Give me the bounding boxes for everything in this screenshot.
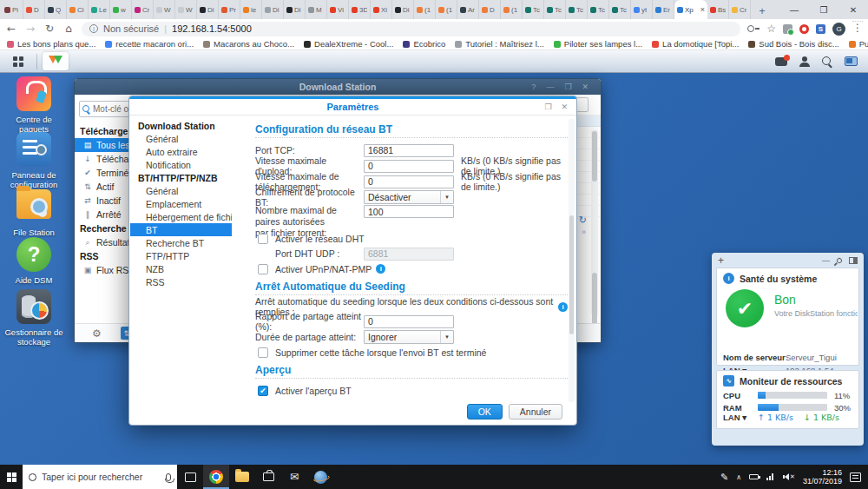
reload-button[interactable]: ↻ [43, 23, 56, 35]
browser-tab[interactable]: Cr [132, 0, 154, 19]
dialog-nav-item[interactable]: RSS [130, 275, 232, 288]
browser-tab[interactable]: Ar [457, 0, 479, 19]
dsm-search-icon[interactable] [822, 56, 832, 67]
info-icon[interactable]: i [376, 264, 385, 274]
browser-tab[interactable]: Tc [588, 0, 609, 19]
dialog-scrollbar[interactable] [569, 119, 575, 402]
profile-avatar[interactable]: G [832, 23, 845, 36]
browser-tab[interactable]: Q [45, 0, 67, 19]
windows-search-box[interactable]: Taper ici pour rechercher [23, 465, 177, 489]
browser-tab[interactable]: le [240, 0, 262, 19]
site-info-icon[interactable]: i [89, 24, 98, 33]
microphone-icon[interactable] [166, 473, 171, 481]
desktop-icon-dsm-help[interactable]: ? Aide DSM [1, 237, 67, 285]
more-icon[interactable]: » [582, 228, 586, 236]
browser-tab[interactable]: Pi [2, 0, 23, 19]
browser-tab[interactable]: Di [284, 0, 306, 19]
battery-icon[interactable] [749, 474, 759, 479]
bookmark-item[interactable]: Sud Bois - Bois disc... [748, 39, 838, 49]
dialog-nav-item[interactable]: BT/HTTP/FTP/NZB [130, 171, 232, 184]
browser-menu-icon[interactable]: ⋮ [852, 21, 863, 34]
browser-tab[interactable]: Tc [523, 0, 544, 19]
dock-panel-icon[interactable] [849, 257, 858, 264]
dialog-nav-item[interactable]: Emplacement [130, 197, 232, 210]
dialog-nav-item[interactable]: BT [130, 223, 232, 236]
encryption-select[interactable]: Désactiver ▼ [364, 190, 454, 204]
window-minimize-button[interactable]: — [779, 0, 809, 19]
browser-tab[interactable]: (1 [501, 0, 523, 19]
browser-tab[interactable]: Di [197, 0, 219, 19]
forward-button[interactable]: → [24, 23, 36, 35]
bookmark-item[interactable]: Puma Baskets bass... [849, 39, 868, 49]
dialog-maximize-button[interactable]: ❒ [544, 102, 551, 111]
bookmark-item[interactable]: Ecobrico [403, 39, 445, 49]
dialog-nav-item[interactable]: Général [130, 132, 232, 145]
browser-tab[interactable]: yt [631, 0, 653, 19]
browser-tab[interactable]: Di [392, 0, 414, 19]
browser-tab[interactable]: Bs [707, 0, 729, 19]
browser-tab[interactable]: D [23, 0, 45, 19]
dsm-taskbar-download-station-button[interactable] [43, 52, 69, 70]
taskbar-app-button[interactable] [307, 465, 333, 489]
max-upload-input[interactable] [364, 160, 454, 173]
task-view-button[interactable] [177, 465, 203, 489]
notifications-icon[interactable] [775, 57, 787, 66]
user-menu-icon[interactable] [799, 56, 810, 67]
maximize-button[interactable]: ❒ [564, 83, 571, 91]
bookmark-item[interactable]: Macarons au Choco... [203, 39, 294, 49]
dialog-nav-item[interactable]: Général [130, 184, 232, 197]
dialog-nav-item[interactable]: Hébergement de fichiers [130, 210, 232, 223]
dialog-titlebar[interactable]: Paramètres ❒ ✕ [129, 99, 576, 116]
refresh-icon[interactable]: ↻ [579, 215, 587, 226]
browser-tab[interactable]: Tc [609, 0, 631, 19]
home-button[interactable]: ⌂ [62, 23, 75, 35]
help-button[interactable]: ? [531, 83, 536, 91]
widgets-minimize-button[interactable]: — [822, 256, 830, 265]
widgets-panel-icon[interactable] [845, 56, 858, 66]
enable-upnp-checkbox[interactable] [258, 264, 268, 274]
ok-button[interactable]: OK [467, 404, 503, 420]
add-widget-button[interactable]: + [718, 254, 724, 267]
bookmark-item[interactable]: La domotique [Topi... [652, 39, 739, 49]
dialog-nav-item[interactable]: Download Station [130, 119, 232, 132]
browser-tab[interactable]: W [175, 0, 197, 19]
dialog-close-button[interactable]: ✕ [561, 102, 568, 111]
browser-tab[interactable]: 3D [349, 0, 371, 19]
tab-close-icon[interactable]: × [700, 5, 705, 14]
health-row-label[interactable]: Nom de serveur [723, 353, 786, 362]
window-restore-button[interactable]: ❐ [809, 0, 838, 19]
browser-tab[interactable]: (1 [436, 0, 457, 19]
dialog-nav-item[interactable]: Auto extraire [130, 145, 232, 158]
dialog-nav-item[interactable]: NZB [130, 262, 232, 275]
pin-icon[interactable] [836, 256, 843, 263]
tcp-port-input[interactable] [364, 144, 454, 157]
address-bar[interactable]: i Non sécurisé | 192.168.1.54:5000 [82, 22, 740, 36]
browser-tab[interactable]: Vi [327, 0, 349, 19]
browser-tab[interactable]: Xi [371, 0, 392, 19]
browser-tab[interactable]: Di [262, 0, 284, 19]
back-button[interactable]: ← [5, 23, 17, 35]
share-duration-select[interactable]: Ignorer ▼ [364, 330, 454, 344]
bookmark-item[interactable]: Les bons plans que... [7, 39, 95, 49]
password-key-icon[interactable] [747, 25, 760, 32]
max-peers-input[interactable] [364, 205, 454, 218]
action-center-icon[interactable] [850, 472, 861, 482]
browser-tab[interactable]: W [154, 0, 175, 19]
dsm-main-menu-button[interactable] [5, 52, 31, 70]
bookmark-item[interactable]: Piloter ses lampes l... [554, 39, 642, 49]
start-button[interactable] [0, 465, 23, 489]
enable-bt-preview-checkbox[interactable]: ✔ [258, 386, 268, 396]
tray-expand-icon[interactable]: ∧ [736, 473, 741, 481]
browser-tab[interactable]: M [306, 0, 327, 19]
desktop-icon-storage-manager[interactable]: Gestionnaire de stockage [1, 289, 67, 347]
close-button[interactable]: ✕ [582, 83, 589, 91]
taskbar-chrome-button[interactable] [203, 465, 229, 489]
browser-tab[interactable]: Pr [219, 0, 240, 19]
desktop-icon-control-panel[interactable]: Panneau de configuration [1, 132, 67, 190]
browser-tab[interactable]: Er [653, 0, 674, 19]
extension-icon[interactable] [783, 24, 792, 34]
browser-tab[interactable]: Xp × [674, 0, 707, 19]
dialog-nav-item[interactable]: FTP/HTTP [130, 249, 232, 262]
browser-tab[interactable]: w [110, 0, 132, 19]
desktop-icon-file-station[interactable]: File Station [1, 186, 67, 237]
